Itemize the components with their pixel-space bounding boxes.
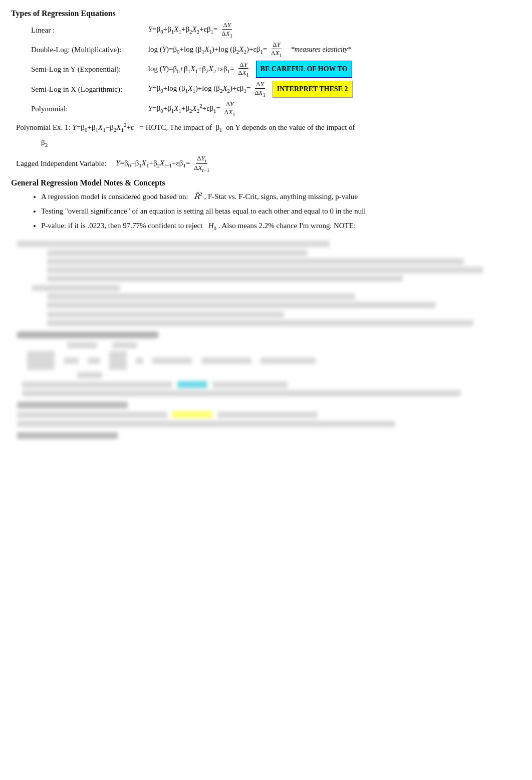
eq-double-log-formula: log (Y)=β0+log (β1X1)+log (β2X2)+εβ1= ΔY… <box>148 45 351 53</box>
eq-semi-log-y-label: Semi-Log in Y (Exponential): <box>31 62 146 77</box>
general-notes-title: General Regression Model Notes & Concept… <box>11 178 521 187</box>
eq-double-log-label: Double-Log: (Multiplicative): <box>31 42 146 57</box>
eq-semi-log-y: Semi-Log in Y (Exponential): log (Y)=β0+… <box>31 61 521 78</box>
bullet-2: Testing "overall significance" of an equ… <box>41 205 521 218</box>
double-log-fraction: ΔY ΔX1 <box>270 41 283 58</box>
eq-double-log: Double-Log: (Multiplicative): log (Y)=β0… <box>31 41 521 58</box>
eq-polynomial-label: Polynomial: <box>31 101 146 116</box>
eq-semi-log-x: Semi-Log in X (Logarithmic): Y=β0+log (β… <box>31 80 521 98</box>
general-notes-section: General Regression Model Notes & Concept… <box>11 178 521 234</box>
poly-ex-beta2: β2 <box>41 138 48 146</box>
annotation-be-careful: BE CAREFUL OF HOW TO <box>256 61 352 78</box>
poly-ex-formula: Y=β0+β1X1−β2X12+ε = HOTC, The impact of … <box>73 123 355 131</box>
lagged-label: Lagged Independent Variable: <box>16 159 114 167</box>
eq-semi-log-x-label: Semi-Log in X (Logarithmic): <box>31 82 146 97</box>
semi-log-x-fraction: ΔY ΔX1 <box>253 80 267 98</box>
eq-semi-log-x-formula: Y=β0+log (β1X1)+log (β2X2)+εβ1= ΔY ΔX1 I… <box>148 84 353 92</box>
lagged-formula: Y=β0+β1X1+β2Xt−1+εβ1= ΔYt ΔXt−1 <box>116 159 211 167</box>
lagged-variable: Lagged Independent Variable: Y=β0+β1X1+β… <box>16 154 521 174</box>
semi-log-y-fraction: ΔY ΔX1 <box>237 61 250 78</box>
poly-example: Polynomial Ex. 1: Y=β0+β1X1−β2X12+ε = HO… <box>16 120 521 150</box>
poly-ex-label: Polynomial Ex. 1: <box>16 123 73 131</box>
general-notes-list: A regression model is considered good ba… <box>41 189 521 234</box>
annotation-interpret-these: INTERPRET THESE 2 <box>273 81 353 98</box>
elasticity-note: *measures elasticity* <box>291 46 351 53</box>
eq-semi-log-y-formula: log (Y)=β0+β1X1+β2X2+εβ1= ΔY ΔX1 BE CARE… <box>148 65 352 73</box>
bullet-3: P-value: if it is .0223, then 97.77% con… <box>41 219 521 234</box>
eq-linear-formula: Y=β0+β1X1+β2X2+εβ1= ΔY ΔX1 <box>148 25 234 33</box>
bullet-1: A regression model is considered good ba… <box>41 189 521 204</box>
eq-polynomial-formula: Y=β0+β1X1+β2X22+εβ1= ΔY ΔX1 <box>148 104 237 112</box>
blurred-yellow-highlight <box>172 411 212 418</box>
blurred-cyan-highlight <box>177 381 207 388</box>
eq-linear: Linear : Y=β0+β1X1+β2X2+εβ1= ΔY ΔX1 <box>31 21 521 39</box>
lagged-fraction: ΔYt ΔXt−1 <box>193 154 210 174</box>
blurred-content-1 <box>17 241 521 439</box>
linear-fraction: ΔY ΔX1 <box>220 21 233 39</box>
section-title-regression: Types of Regression Equations <box>11 9 521 18</box>
polynomial-fraction: ΔY ΔX1 <box>223 100 236 118</box>
eq-linear-label: Linear : <box>31 23 146 38</box>
eq-polynomial: Polynomial: Y=β0+β1X1+β2X22+εβ1= ΔY ΔX1 <box>31 100 521 118</box>
